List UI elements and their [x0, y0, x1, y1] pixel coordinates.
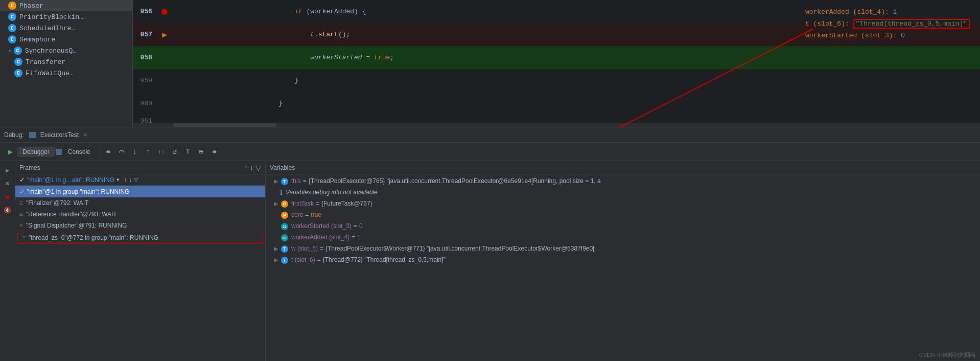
var-item-t[interactable]: ▶ T t (slot_6) = {Thread@772} "Thread[th… — [266, 255, 980, 266]
priorityblocking-icon: C — [8, 13, 16, 21]
close-tab-button[interactable]: ✕ — [83, 131, 88, 139]
sidebar-item-priorityblocking[interactable]: C PriorityBlockin… — [0, 11, 132, 22]
sidebar-item-synchronousq[interactable]: ▾ C SynchronousQ… — [0, 45, 132, 56]
console-icon — [56, 149, 62, 155]
var-value: {ThreadPoolExecutor@765} "java.util.conc… — [309, 177, 601, 185]
line-number-960: 960 — [133, 100, 158, 107]
toolbar-btn-watches[interactable]: ⊞ — [195, 146, 207, 158]
mute-btn[interactable]: 🔇 — [3, 205, 13, 215]
expand-icon[interactable]: ▶ — [274, 257, 279, 263]
frame-item-label: "Reference Handler"@793: WAIT — [26, 211, 117, 218]
expand-icon[interactable]: ▶ — [274, 200, 279, 207]
var-item-firsttask[interactable]: ▶ P firstTask = {FutureTask@767} — [266, 199, 980, 210]
line-number-958: 958 — [133, 54, 158, 61]
var-item-this[interactable]: ▶ T this = {ThreadPoolExecutor@765} "jav… — [266, 176, 980, 188]
frames-header: Frames ↑ ↓ ▽ — [15, 161, 265, 174]
debug-panel: Debug: ExecutorsTest ✕ ▶ Debugger Consol… — [0, 127, 980, 361]
toolbar-btn-settings[interactable]: ≡ — [208, 146, 221, 158]
t-icon: T — [281, 257, 288, 264]
var-value: 1 — [357, 234, 361, 241]
sidebar-item-label: Transferer — [26, 58, 65, 66]
var-item-w[interactable]: ▶ T w (slot_5) = {ThreadPoolExecutor$Wor… — [266, 244, 980, 255]
play-button[interactable]: ▶ — [3, 165, 13, 175]
toolbar-divider — [99, 147, 99, 156]
var-value: true — [311, 211, 321, 218]
toolbar-btn-menu[interactable]: ≡ — [102, 146, 114, 158]
frame-item-0[interactable]: ✓ "main"@1 in group "main": RUNNING — [15, 186, 265, 197]
toolbar-btn-run-to-cursor[interactable]: ↑↓ — [155, 146, 168, 158]
w-icon: T — [281, 245, 288, 253]
editor-area: C Phaser C PriorityBlockin… C ScheduledT… — [0, 0, 980, 127]
debug-title-label: Debug: ExecutorsTest ✕ — [4, 131, 88, 139]
class-list: C Phaser C PriorityBlockin… C ScheduledT… — [0, 0, 133, 127]
dropdown-arrow[interactable]: ▾ — [116, 176, 120, 183]
code-content-959: } — [171, 69, 980, 92]
var-name: workerAdded (slot_4) — [291, 234, 349, 241]
this-icon: T — [281, 178, 288, 185]
var-value: {FutureTask@767} — [321, 200, 372, 207]
expand-icon[interactable]: ▶ — [274, 178, 279, 185]
down-button[interactable]: ↓ — [129, 176, 132, 184]
sidebar-item-phaser[interactable]: C Phaser — [0, 0, 132, 11]
sidebar-item-semaphore[interactable]: C Semaphore — [0, 34, 132, 45]
var-item-warning: ℹ Variables debug info not available — [266, 188, 980, 199]
frame-item-label: "thread_zs_0"@772 in group "main": RUNNI… — [29, 234, 158, 241]
sidebar-item-label: ScheduledThre… — [19, 25, 75, 32]
code-line-960: 960 } — [133, 92, 980, 115]
tab-console[interactable]: Console — [63, 147, 96, 157]
code-content-958: workerStarted = true; — [171, 46, 980, 69]
info-icon: ℹ — [280, 189, 283, 196]
var-item-workeradded: ▶ 01 workerAdded (slot_4) = 1 — [266, 233, 980, 244]
semaphore-icon: C — [8, 35, 16, 43]
sidebar-item-label: Semaphore — [19, 36, 55, 43]
stop-button[interactable]: ◼ — [3, 192, 13, 202]
code-line-959: 959 } — [133, 69, 980, 92]
frame-icon-3: ≡ — [19, 222, 23, 229]
code-scrollbar[interactable] — [133, 123, 980, 127]
frames-filter-button[interactable]: ▽ — [255, 164, 261, 172]
executors-icon — [29, 132, 36, 138]
breakpoint-956[interactable] — [161, 9, 168, 15]
gutter-956 — [158, 9, 171, 15]
scroll-thumb — [174, 123, 276, 127]
sidebar-item-scheduledthre[interactable]: C ScheduledThre… — [0, 22, 132, 34]
filter-button[interactable]: ▽ — [134, 176, 138, 183]
toolbar-btn-step-over[interactable]: ⌒ — [115, 146, 128, 158]
frame-list: ✓ "main"@1 in group "main": RUNNING ≡ "F… — [15, 186, 265, 361]
toolbar-btn-step-out[interactable]: ↑ — [142, 146, 154, 158]
var-name: this — [291, 177, 301, 185]
frame-item-4[interactable]: ≡ "thread_zs_0"@772 in group "main": RUN… — [17, 232, 263, 244]
sidebar-item-transferer[interactable]: C Transferer — [0, 56, 132, 67]
resume-button[interactable]: ▶ — [4, 146, 16, 158]
expand-icon[interactable]: ▶ — [274, 245, 279, 252]
workerstarted-icon: 01 — [281, 223, 288, 230]
var-name: workerStarted (slot_3) — [291, 222, 352, 230]
sidebar-item-label: PriorityBlockin… — [19, 13, 83, 21]
var-item-workerstarted: ▶ 01 workerStarted (slot_3) = 0 — [266, 221, 980, 233]
frames-header-controls: ↑ ↓ ▽ — [244, 164, 261, 172]
var-name: w (slot_5) — [291, 245, 318, 252]
frame-item-main-dropdown[interactable]: ✓ "main"@1 in g…ain": RUNNING ▾ ↑ ↓ ▽ — [15, 174, 265, 186]
var-name: t (slot_6) — [291, 256, 315, 263]
debug-tab-name: ExecutorsTest — [40, 131, 79, 139]
frame-icon-1: ≡ — [19, 199, 23, 207]
code-view: workerAdded (slot_4): 1 t (slot_6): "Thr… — [133, 0, 980, 127]
debug-content: ▶ ⊘ ◼ 🔇 Frames ↑ ↓ ▽ ✓ "main"@1 in g…ain… — [0, 161, 980, 361]
toolbar-btn-step-into[interactable]: ↓ — [129, 146, 141, 158]
frame-item-2[interactable]: ≡ "Reference Handler"@793: WAIT — [15, 209, 265, 220]
step-over-btn[interactable]: ⊘ — [3, 178, 13, 189]
code-lines: 956 if (workerAdded) { 957 ▶ — [133, 0, 980, 127]
tab-debugger[interactable]: Debugger — [17, 147, 55, 157]
sidebar-item-fifowaitque[interactable]: C FifoWaitQue… — [0, 67, 132, 79]
toolbar-btn-eval[interactable]: T — [182, 146, 194, 158]
up-button[interactable]: ↑ — [124, 176, 127, 184]
frame-item-3[interactable]: ≡ "Signal Dispatcher"@791: RUNNING — [15, 220, 265, 231]
code-content-957: t.start(); — [171, 23, 980, 46]
frame-item-label: "Signal Dispatcher"@791: RUNNING — [26, 222, 127, 229]
variables-header-label: Variables — [270, 164, 295, 171]
frame-item-1[interactable]: ≡ "Finalizer"@792: WAIT — [15, 197, 265, 209]
toolbar-btn-reset[interactable]: ↺ — [169, 146, 181, 158]
frames-down-button[interactable]: ↓ — [250, 164, 253, 172]
frames-up-button[interactable]: ↑ — [244, 164, 248, 172]
frame-icon-4: ≡ — [22, 234, 26, 241]
